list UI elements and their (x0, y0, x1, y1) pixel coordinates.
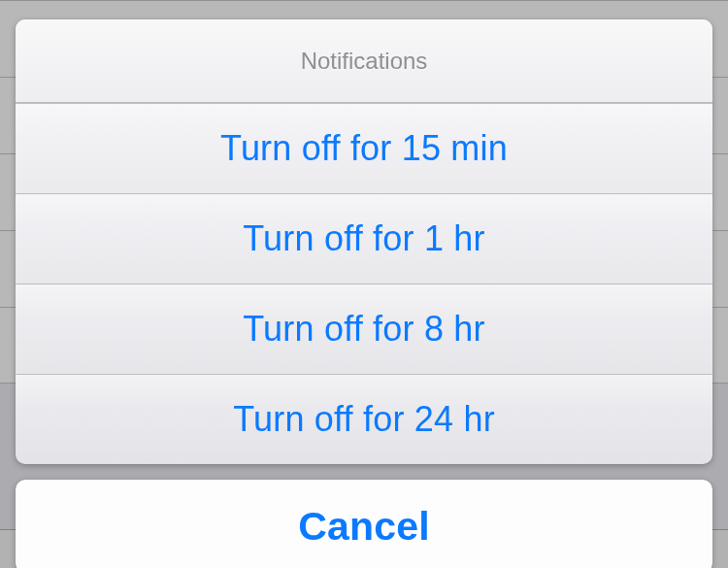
cancel-button[interactable]: Cancel (16, 480, 712, 568)
action-sheet: Notifications Turn off for 15 min Turn o… (16, 19, 712, 464)
action-sheet-title: Notifications (16, 19, 712, 103)
option-turn-off-24-hr[interactable]: Turn off for 24 hr (16, 374, 712, 464)
option-turn-off-1-hr[interactable]: Turn off for 1 hr (16, 193, 712, 284)
option-turn-off-8-hr[interactable]: Turn off for 8 hr (16, 284, 712, 374)
option-turn-off-15-min[interactable]: Turn off for 15 min (16, 103, 712, 193)
modal-overlay: Notifications Turn off for 15 min Turn o… (0, 0, 728, 568)
action-sheet-container: Notifications Turn off for 15 min Turn o… (16, 19, 712, 568)
